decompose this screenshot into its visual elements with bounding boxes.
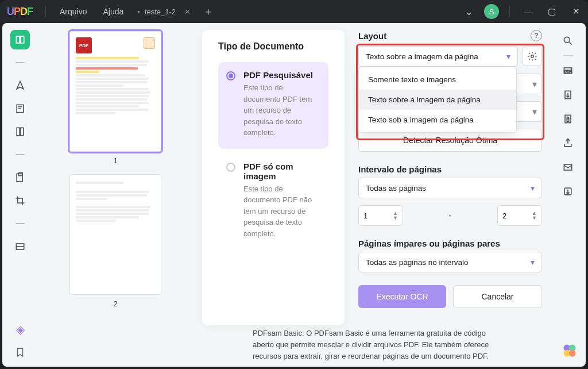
run-ocr-button[interactable]: Executar OCR [358, 285, 446, 308]
caret-down-icon: ▾ [531, 183, 535, 193]
layout-dropdown: Somente texto e imagens Texto sobre a im… [358, 67, 517, 133]
from-page-input[interactable]: 1▲▼ [358, 205, 403, 226]
ocr-options-panel: Tipo de Documento PDF Pesquisável Este t… [202, 30, 345, 325]
logo: UPDF [7, 6, 33, 18]
range-dash: - [403, 210, 497, 221]
share-icon[interactable] [558, 133, 578, 153]
caret-down-icon: ▾ [506, 52, 510, 61]
doc-type-image-only-pdf[interactable]: PDF só com imagem Este tipo de documento… [218, 153, 328, 250]
close-button[interactable]: ✕ [564, 0, 588, 23]
help-icon[interactable]: ? [531, 30, 542, 41]
thumbnail-page-number: 2 [48, 299, 183, 308]
maximize-button[interactable]: ▢ [540, 0, 564, 23]
odd-even-heading: Páginas ímpares ou páginas pares [358, 239, 500, 248]
svg-rect-12 [567, 119, 568, 121]
radio-icon [226, 163, 235, 172]
comment-tool-icon[interactable] [10, 76, 30, 95]
redact-tool-icon[interactable] [10, 237, 30, 256]
svg-point-7 [564, 37, 570, 43]
layout-heading: Layout [358, 31, 386, 41]
app-body: ◈ PDF 1 [2, 23, 586, 367]
form-tool-icon[interactable] [10, 168, 30, 187]
minimize-button[interactable]: — [516, 0, 540, 23]
layers-icon[interactable]: ◈ [10, 320, 30, 339]
new-tab-button[interactable]: ＋ [200, 5, 217, 18]
document-tab[interactable]: • teste_1-2 ✕ [131, 0, 200, 23]
page-range-heading: Intervalo de páginas [358, 164, 442, 174]
svg-rect-3 [17, 174, 22, 181]
page-thumbnail[interactable] [69, 174, 161, 295]
reader-mode-icon[interactable] [10, 30, 30, 49]
email-icon[interactable] [558, 157, 578, 177]
avatar[interactable]: S [484, 4, 499, 19]
svg-rect-2 [21, 128, 24, 135]
layout-option[interactable]: Texto sobre a imagem da página [359, 90, 516, 110]
divider [10, 145, 30, 164]
divider [10, 214, 30, 233]
save-icon[interactable] [558, 182, 578, 201]
odd-even-select[interactable]: Todas as páginas no intervalo▾ [358, 252, 542, 272]
menu-help[interactable]: Ajuda [95, 0, 131, 23]
page-thumbnail[interactable]: PDF [69, 31, 161, 152]
ai-assistant-icon[interactable] [562, 343, 578, 359]
svg-text:OCR: OCR [564, 70, 572, 73]
ocr-settings: Layout ? Texto sobre a imagem da página … [358, 30, 542, 362]
svg-point-6 [531, 55, 534, 58]
layout-option[interactable]: Somente texto e imagens [359, 70, 516, 90]
close-icon[interactable]: ✕ [180, 7, 194, 16]
cancel-button[interactable]: Cancelar [453, 285, 542, 308]
layout-option[interactable]: Texto sob a imagem da página [359, 110, 516, 130]
chevron-down-icon[interactable]: ⌄ [458, 6, 479, 17]
page-range-select[interactable]: Todas as páginas▾ [358, 178, 542, 198]
search-icon[interactable] [558, 31, 578, 51]
protect-icon[interactable] [558, 109, 578, 129]
pages-tool-icon[interactable] [10, 122, 30, 141]
to-page-input[interactable]: 2▲▼ [497, 205, 542, 226]
caret-down-icon: ▾ [531, 257, 535, 267]
tab-dirty-indicator: • [137, 7, 140, 16]
svg-point-18 [569, 350, 576, 357]
convert-icon[interactable] [558, 85, 578, 105]
right-toolbar: OCR [550, 23, 586, 367]
bookmark-icon[interactable] [10, 343, 30, 362]
layout-select[interactable]: Texto sobre a imagem da página ▾ [358, 46, 518, 67]
document-type-heading: Tipo de Documento [218, 41, 328, 52]
edit-tool-icon[interactable] [10, 99, 30, 118]
divider [10, 53, 30, 72]
menu-file[interactable]: Arquivo [52, 0, 95, 23]
gear-icon[interactable] [523, 47, 542, 66]
radio-icon [226, 71, 235, 80]
svg-rect-1 [17, 128, 20, 135]
doc-type-searchable-pdf[interactable]: PDF Pesquisável Este tipo de documento P… [218, 62, 328, 149]
ocr-icon[interactable]: OCR [558, 61, 578, 80]
left-toolbar [2, 23, 38, 367]
title-bar: UPDF Arquivo Ajuda • teste_1-2 ✕ ＋ ⌄ S —… [0, 0, 588, 23]
thumbnail-panel: PDF 1 2 [38, 23, 193, 367]
tab-label: teste_1-2 [145, 7, 176, 16]
crop-tool-icon[interactable] [10, 191, 30, 210]
thumbnail-page-number: 1 [48, 156, 183, 165]
